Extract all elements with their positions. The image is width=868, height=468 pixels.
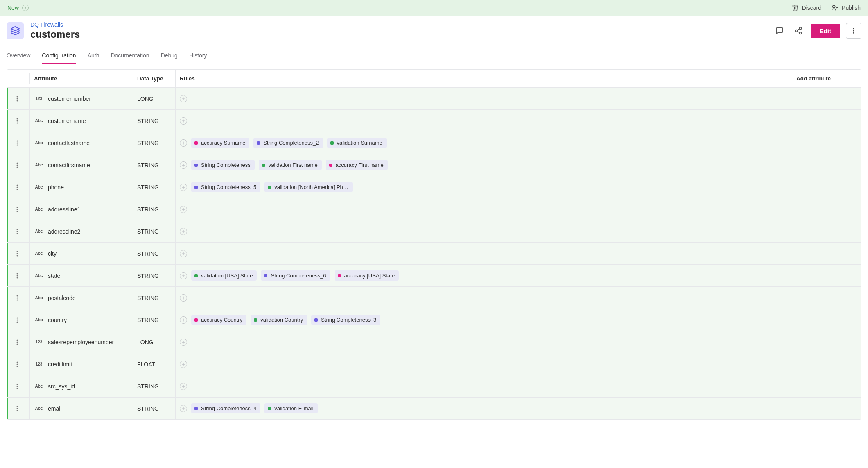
rule-chip[interactable]: accuracy [USA] State — [335, 270, 399, 281]
svg-point-60 — [16, 317, 18, 318]
rule-chip[interactable]: validation Surname — [327, 138, 387, 148]
drag-handle[interactable] — [7, 132, 30, 154]
svg-point-42 — [16, 233, 18, 234]
rule-label: validation [USA] State — [201, 273, 253, 279]
attribute-cell: Abcemail — [30, 398, 133, 419]
rule-chip[interactable]: String Completeness_4 — [191, 403, 260, 413]
share-icon — [794, 27, 802, 35]
share-button[interactable] — [792, 24, 805, 37]
add-rule-button[interactable] — [180, 228, 187, 235]
rule-color-dot — [194, 141, 198, 145]
rule-chip[interactable]: validation [USA] State — [191, 270, 257, 281]
svg-point-25 — [16, 162, 18, 164]
info-icon[interactable]: i — [22, 5, 29, 11]
drag-handle[interactable] — [7, 198, 30, 220]
attribute-name: contactfirstname — [48, 162, 90, 168]
rules-cell: accuracy Countryvalidation CountryString… — [176, 309, 792, 331]
rule-label: String Completeness_6 — [271, 273, 326, 279]
attribute-name: addressline1 — [48, 206, 80, 213]
drag-handle[interactable] — [7, 353, 30, 375]
discard-button[interactable]: Discard — [791, 4, 821, 11]
drag-handle[interactable] — [7, 243, 30, 264]
svg-point-47 — [16, 255, 18, 256]
edit-button[interactable]: Edit — [811, 24, 840, 38]
drag-handle[interactable] — [7, 331, 30, 353]
rule-chip[interactable]: String Completeness_2 — [253, 138, 323, 148]
drag-handle[interactable] — [7, 154, 30, 176]
rules-cell — [176, 287, 792, 309]
drag-handle[interactable] — [7, 110, 30, 132]
rule-color-dot — [262, 164, 265, 167]
table-row: AbccitySTRING — [7, 242, 861, 264]
drag-handle[interactable] — [7, 375, 30, 397]
rule-chip[interactable]: validation Country — [251, 315, 307, 325]
add-rule-button[interactable] — [180, 405, 187, 412]
datatype-cell: STRING — [133, 176, 176, 198]
table-row: AbccontactlastnameSTRINGaccuracy Surname… — [7, 132, 861, 154]
add-rule-button[interactable] — [180, 316, 187, 324]
svg-point-21 — [16, 142, 18, 143]
table-row: AbcstateSTRINGvalidation [USA] StateStri… — [7, 264, 861, 286]
rule-chip[interactable]: validation [North America] Ph… — [264, 182, 353, 192]
add-rule-button[interactable] — [180, 184, 187, 191]
page-title: customers — [30, 29, 80, 40]
add-rule-button[interactable] — [180, 206, 187, 213]
rule-chip[interactable]: accuracy Surname — [191, 138, 249, 148]
layers-icon — [7, 22, 24, 39]
add-rule-button[interactable] — [180, 139, 187, 147]
type-badge-icon: Abc — [34, 406, 44, 411]
rules-cell — [176, 198, 792, 220]
rule-chip[interactable]: String Completeness_5 — [191, 182, 260, 192]
attribute-cell: Abccontactfirstname — [30, 154, 133, 176]
attribute-cell: 123salesrepemployeenumber — [30, 331, 133, 353]
rule-chip[interactable]: validation E-mail — [264, 403, 317, 413]
rule-color-dot — [194, 407, 198, 410]
rule-chip[interactable]: String Completeness_3 — [311, 315, 380, 325]
more-button[interactable] — [846, 23, 861, 39]
drag-handle[interactable] — [7, 88, 30, 109]
add-rule-button[interactable] — [180, 339, 187, 346]
tab-documentation[interactable]: Documentation — [111, 52, 149, 64]
drag-handle[interactable] — [7, 398, 30, 419]
svg-point-36 — [16, 209, 18, 210]
col-header-datatype: Data Type — [133, 70, 176, 87]
comment-button[interactable] — [773, 24, 786, 37]
tab-history[interactable]: History — [189, 52, 207, 64]
drag-handle[interactable] — [7, 287, 30, 309]
drag-handle[interactable] — [7, 176, 30, 198]
svg-point-57 — [16, 299, 18, 300]
add-rule-button[interactable] — [180, 95, 187, 102]
rule-chip[interactable]: accuracy First name — [326, 160, 388, 170]
drag-handle[interactable] — [7, 265, 30, 286]
attribute-name: customername — [48, 118, 86, 124]
add-rule-button[interactable] — [180, 161, 187, 169]
rule-chip[interactable]: validation First name — [259, 160, 322, 170]
tab-overview[interactable]: Overview — [7, 52, 30, 64]
drag-handle[interactable] — [7, 220, 30, 242]
tab-debug[interactable]: Debug — [161, 52, 178, 64]
datatype-cell: LONG — [133, 88, 176, 109]
rule-chip[interactable]: String Completeness — [191, 160, 255, 170]
tab-configuration[interactable]: Configuration — [42, 52, 76, 64]
rule-chip[interactable]: String Completeness_6 — [261, 270, 330, 281]
add-rule-button[interactable] — [180, 383, 187, 390]
add-rule-button[interactable] — [180, 361, 187, 368]
tab-auth[interactable]: Auth — [88, 52, 99, 64]
type-badge-icon: Abc — [34, 207, 44, 211]
add-rule-button[interactable] — [180, 117, 187, 125]
datatype-cell: STRING — [133, 132, 176, 154]
add-attribute-button[interactable]: Add attribute — [792, 70, 861, 87]
add-rule-button[interactable] — [180, 250, 187, 257]
rules-cell: validation [USA] StateString Completenes… — [176, 265, 792, 286]
attribute-cell: Abcstate — [30, 265, 133, 286]
add-rule-button[interactable] — [180, 272, 187, 279]
table-row: 123salesrepemployeenumberLONG — [7, 331, 861, 353]
datatype-cell: STRING — [133, 375, 176, 397]
svg-point-61 — [16, 319, 18, 320]
add-rule-button[interactable] — [180, 294, 187, 302]
rule-chip[interactable]: accuracy Country — [191, 315, 246, 325]
attribute-cell: Abcpostalcode — [30, 287, 133, 309]
publish-button[interactable]: Publish — [831, 4, 861, 11]
breadcrumb[interactable]: DQ Firewalls — [30, 21, 80, 28]
drag-handle[interactable] — [7, 309, 30, 331]
